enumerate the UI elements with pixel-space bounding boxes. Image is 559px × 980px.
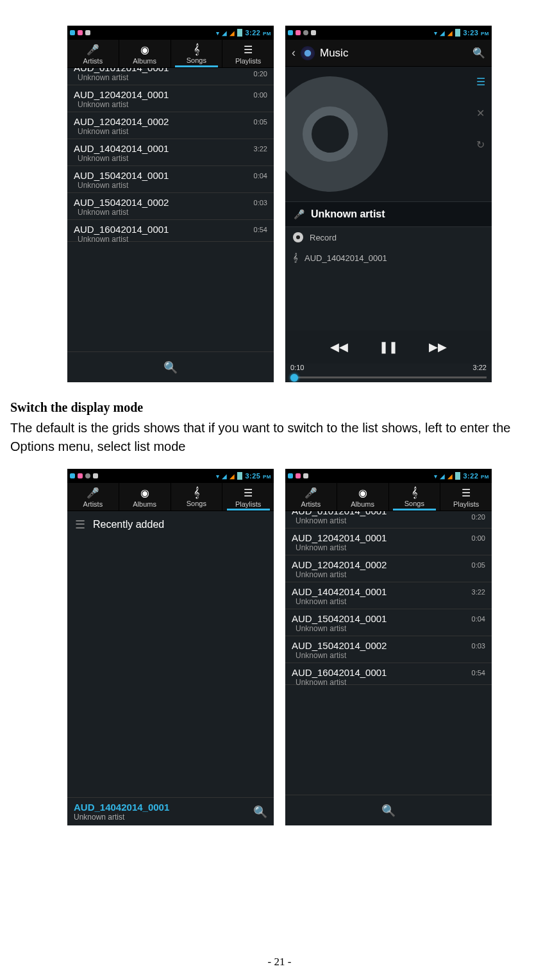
mic-icon: 🎤 bbox=[293, 208, 305, 220]
tab-artists[interactable]: 🎤Artists bbox=[67, 40, 119, 67]
notif-icon bbox=[78, 473, 83, 478]
search-icon[interactable]: 🔍 bbox=[253, 805, 267, 819]
now-playing-artist: Unknown artist bbox=[74, 813, 169, 822]
wifi-icon: ▾ bbox=[434, 30, 437, 37]
song-artist: Unknown artist bbox=[74, 154, 254, 163]
tab-playlists[interactable]: ☰Playlists bbox=[440, 483, 492, 511]
song-title: AUD_12042014_0001 bbox=[74, 89, 254, 100]
song-duration: 3:22 bbox=[472, 586, 485, 596]
notif-icon bbox=[70, 30, 75, 35]
artist-label: Unknown artist bbox=[311, 208, 385, 220]
song-artist: Unknown artist bbox=[74, 235, 254, 244]
song-artist: Unknown artist bbox=[74, 208, 254, 217]
song-duration: 3:22 bbox=[254, 143, 267, 153]
song-duration: 0:04 bbox=[254, 170, 267, 180]
back-icon[interactable]: ‹ bbox=[292, 46, 296, 60]
shuffle-icon[interactable]: ✕ bbox=[476, 107, 485, 119]
clock: 3:25 PM bbox=[245, 472, 271, 480]
screenshot-songs-list: ▾ ◢ ◢ 3:22 PM 🎤Artists ◉Albums 𝄞Songs ☰P… bbox=[67, 26, 274, 382]
notif-icon bbox=[303, 473, 308, 478]
song-row[interactable]: AUD_15042014_0001Unknown artist 0:04 bbox=[285, 609, 492, 636]
battery-icon bbox=[237, 29, 242, 37]
song-artist: Unknown artist bbox=[292, 516, 472, 525]
playlist-label: Recently added bbox=[93, 519, 164, 530]
disc-icon: ◉ bbox=[119, 487, 171, 499]
album-art-disc bbox=[285, 76, 388, 192]
song-row[interactable]: AUD_14042014_0001Unknown artist 3:22 bbox=[67, 139, 274, 166]
tab-albums[interactable]: ◉Albums bbox=[337, 483, 389, 511]
song-row[interactable]: AUD_01012014_0001Unknown artist 0:20 bbox=[285, 511, 492, 528]
song-duration: 0:20 bbox=[254, 68, 267, 78]
repeat-icon[interactable]: ↻ bbox=[476, 139, 485, 151]
song-artist: Unknown artist bbox=[74, 73, 254, 82]
bottom-bar: 🔍 bbox=[285, 795, 492, 825]
tab-songs[interactable]: 𝄞Songs bbox=[171, 40, 223, 67]
disc-icon: ◉ bbox=[119, 44, 171, 56]
artist-row[interactable]: 🎤 Unknown artist bbox=[285, 201, 492, 227]
song-list[interactable]: AUD_01012014_0001Unknown artist 0:20 AUD… bbox=[285, 511, 492, 795]
song-row[interactable]: AUD_15042014_0001Unknown artist 0:04 bbox=[67, 166, 274, 193]
tab-playlists[interactable]: ☰Playlists bbox=[222, 40, 274, 67]
song-row[interactable]: AUD_12042014_0001Unknown artist 0:00 bbox=[67, 85, 274, 112]
song-title: AUD_01012014_0001 bbox=[292, 511, 472, 516]
album-row[interactable]: Record bbox=[285, 227, 492, 248]
wifi-icon: ▾ bbox=[434, 473, 437, 480]
pause-button[interactable]: ❚❚ bbox=[379, 340, 398, 354]
disc-icon: ◉ bbox=[337, 487, 388, 499]
seek-thumb[interactable] bbox=[290, 374, 298, 382]
seek-slider[interactable] bbox=[285, 373, 492, 382]
signal-icon: ◢ bbox=[229, 473, 235, 480]
notif-icon bbox=[288, 30, 293, 35]
notif-icon bbox=[70, 473, 75, 478]
status-bar: ▾ ◢ ◢ 3:22 PM bbox=[67, 26, 274, 40]
song-artist: Unknown artist bbox=[292, 624, 472, 633]
now-playing-bar[interactable]: AUD_14042014_0001 Unknown artist 🔍 bbox=[67, 797, 274, 825]
notif-icon bbox=[85, 30, 90, 35]
song-duration: 0:00 bbox=[254, 89, 267, 99]
tab-songs[interactable]: 𝄞Songs bbox=[171, 483, 223, 511]
song-row[interactable]: AUD_01012014_0001Unknown artist 0:20 bbox=[67, 68, 274, 85]
mic-icon: 🎤 bbox=[67, 487, 119, 499]
tab-playlists[interactable]: ☰Playlists bbox=[222, 483, 274, 511]
song-row[interactable]: AUD_12042014_0002Unknown artist 0:05 bbox=[67, 112, 274, 139]
song-list[interactable]: AUD_01012014_0001Unknown artist 0:20 AUD… bbox=[67, 68, 274, 351]
playlist-row[interactable]: ☰ Recently added bbox=[67, 511, 274, 538]
song-row[interactable]: AUD_16042014_0001Unknown artist 0:54 bbox=[67, 220, 274, 242]
status-bar: ▾ ◢ ◢ 3:25 PM bbox=[67, 469, 274, 483]
song-artist: Unknown artist bbox=[292, 678, 472, 687]
song-row[interactable]: AUD_12042014_0002Unknown artist 0:05 bbox=[285, 555, 492, 582]
wifi-icon: ▾ bbox=[216, 473, 219, 480]
tab-bar: 🎤Artists ◉Albums 𝄞Songs ☰Playlists bbox=[285, 483, 492, 511]
tab-songs[interactable]: 𝄞Songs bbox=[389, 483, 441, 511]
search-icon[interactable]: 🔍 bbox=[163, 360, 178, 375]
song-row[interactable]: AUD_15042014_0002Unknown artist 0:03 bbox=[67, 193, 274, 220]
list-icon: ☰ bbox=[222, 44, 274, 56]
doc-heading: Switch the display mode bbox=[10, 400, 549, 415]
signal-icon: ◢ bbox=[222, 30, 227, 37]
playback-controls: ◀◀ ❚❚ ▶▶ bbox=[285, 330, 492, 364]
album-art-area: ☰ ✕ ↻ bbox=[285, 67, 492, 201]
prev-button[interactable]: ◀◀ bbox=[330, 340, 348, 354]
song-row[interactable]: AUD_15042014_0002Unknown artist 0:03 bbox=[285, 636, 492, 663]
tab-bar: 🎤Artists ◉Albums 𝄞Songs ☰Playlists bbox=[67, 483, 274, 511]
song-duration: 0:00 bbox=[472, 532, 485, 542]
search-icon[interactable]: 🔍 bbox=[381, 804, 396, 818]
song-row[interactable]: AUD_16042014_0001Unknown artist 0:54 bbox=[285, 663, 492, 685]
notif-icon bbox=[296, 473, 301, 478]
tab-albums[interactable]: ◉Albums bbox=[119, 483, 171, 511]
song-title: AUD_15042014_0001 bbox=[292, 613, 472, 624]
song-row[interactable]: AUD_14042014_0001Unknown artist 3:22 bbox=[285, 582, 492, 609]
tab-artists[interactable]: 🎤Artists bbox=[67, 483, 119, 511]
tab-albums[interactable]: ◉Albums bbox=[119, 40, 171, 67]
track-label: AUD_14042014_0001 bbox=[305, 253, 387, 263]
track-row[interactable]: 𝄞 AUD_14042014_0001 bbox=[285, 248, 492, 268]
song-row[interactable]: AUD_12042014_0001Unknown artist 0:00 bbox=[285, 528, 492, 555]
notif-icon bbox=[78, 30, 83, 35]
search-icon[interactable]: 🔍 bbox=[472, 47, 485, 59]
next-button[interactable]: ▶▶ bbox=[429, 340, 447, 354]
queue-icon[interactable]: ☰ bbox=[476, 76, 485, 88]
tab-artists[interactable]: 🎤Artists bbox=[285, 483, 337, 511]
now-playing-title: AUD_14042014_0001 bbox=[74, 802, 169, 813]
battery-icon bbox=[455, 472, 460, 480]
status-bar: ▾ ◢ ◢ 3:23 PM bbox=[285, 26, 492, 40]
